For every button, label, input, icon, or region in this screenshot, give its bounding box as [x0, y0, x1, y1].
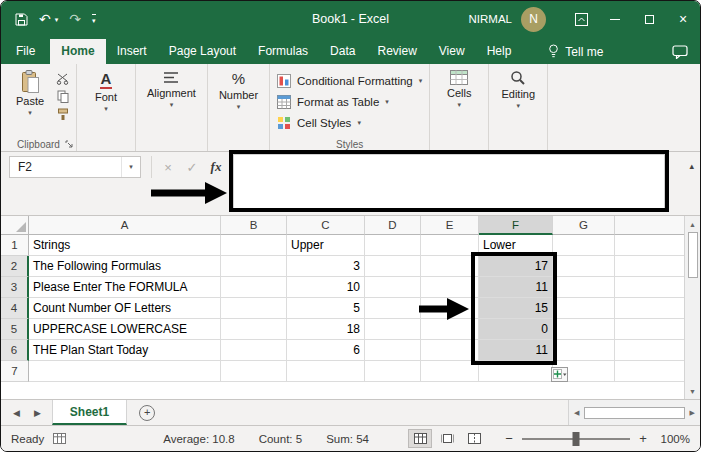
cell-c6[interactable]: 6 — [287, 340, 365, 361]
tell-me-button[interactable]: Tell me — [548, 39, 603, 64]
cell-g1[interactable] — [553, 235, 615, 256]
cell-g4[interactable] — [553, 298, 615, 319]
cell-a2[interactable]: The Following Formulas — [29, 256, 221, 277]
cell-b4[interactable] — [221, 298, 287, 319]
tab-page-layout[interactable]: Page Layout — [158, 39, 247, 64]
cell-c2[interactable]: 3 — [287, 256, 365, 277]
maximize-button[interactable] — [632, 1, 666, 37]
cell-d3[interactable] — [365, 277, 421, 298]
minimize-button[interactable] — [598, 1, 632, 37]
cell-b1[interactable] — [221, 235, 287, 256]
cell-f3[interactable]: 11 — [479, 277, 553, 298]
cell-d1[interactable] — [365, 235, 421, 256]
cell-a3[interactable]: Please Enter The FORMULA — [29, 277, 221, 298]
clipboard-dialog-launcher[interactable] — [65, 140, 73, 148]
column-header-c[interactable]: C — [287, 216, 365, 235]
row-header-1[interactable]: 1 — [1, 235, 29, 256]
scroll-right-icon[interactable]: ▶ — [685, 409, 700, 417]
comments-button[interactable] — [672, 39, 688, 64]
tab-review[interactable]: Review — [366, 39, 427, 64]
horizontal-scroll-thumb[interactable] — [584, 407, 684, 419]
scroll-down-icon[interactable]: ▼ — [685, 383, 700, 399]
number-button[interactable]: % Number ▾ — [215, 68, 262, 112]
cancel-icon[interactable]: × — [156, 160, 180, 175]
cell-e7[interactable] — [421, 361, 479, 382]
normal-view-button[interactable] — [408, 429, 432, 448]
tab-formulas[interactable]: Formulas — [247, 39, 319, 64]
cell-f6[interactable]: 11 — [479, 340, 553, 361]
zoom-out-button[interactable]: − — [503, 431, 515, 446]
row-header-4[interactable]: 4 — [1, 298, 29, 319]
auto-fill-options-button[interactable] — [551, 367, 568, 386]
cell-c1[interactable]: Upper — [287, 235, 365, 256]
tab-help[interactable]: Help — [476, 39, 523, 64]
formula-bar-collapse-button[interactable]: ▴ — [689, 161, 694, 171]
row-header-3[interactable]: 3 — [1, 277, 29, 298]
cell-c5[interactable]: 18 — [287, 319, 365, 340]
ribbon-display-options-button[interactable] — [564, 1, 598, 37]
cell-g2[interactable] — [553, 256, 615, 277]
enter-icon[interactable]: ✓ — [180, 160, 204, 175]
sheet-nav-right-icon[interactable]: ▶ — [27, 400, 48, 425]
scroll-up-icon[interactable]: ▲ — [685, 216, 700, 232]
cell-a7[interactable] — [29, 361, 221, 382]
tab-home[interactable]: Home — [50, 39, 105, 64]
tab-data[interactable]: Data — [319, 39, 366, 64]
cell-f2[interactable]: 17 — [479, 256, 553, 277]
editing-button[interactable]: Editing ▾ — [496, 68, 540, 111]
formula-input[interactable]: =SUMPRODUCT(LEN(A2)-LEN(SUBSTITUTE(A2,CH… — [233, 154, 665, 210]
copy-icon[interactable] — [57, 90, 69, 103]
customize-qat-button[interactable]: ▾ — [92, 14, 96, 24]
page-break-view-button[interactable] — [462, 429, 486, 448]
macro-record-button[interactable] — [53, 433, 66, 444]
zoom-in-button[interactable]: + — [637, 431, 649, 446]
cell-b2[interactable] — [221, 256, 287, 277]
user-avatar[interactable]: N — [521, 7, 546, 32]
close-button[interactable]: × — [666, 1, 700, 37]
user-name[interactable]: NIRMAL — [469, 13, 512, 25]
cell-b3[interactable] — [221, 277, 287, 298]
undo-caret-icon[interactable]: ▾ — [55, 16, 59, 26]
zoom-slider[interactable] — [522, 438, 630, 440]
cell-d2[interactable] — [365, 256, 421, 277]
cell-f1[interactable]: Lower — [479, 235, 553, 256]
zoom-slider-thumb[interactable] — [573, 432, 580, 446]
name-box-caret-icon[interactable]: ▾ — [121, 157, 140, 177]
format-painter-icon[interactable] — [57, 108, 69, 121]
column-header-f[interactable]: F — [479, 216, 553, 235]
cut-icon[interactable] — [56, 73, 69, 85]
column-header-a[interactable]: A — [29, 216, 221, 235]
cell-c4[interactable]: 5 — [287, 298, 365, 319]
tab-view[interactable]: View — [428, 39, 476, 64]
cell-d7[interactable] — [365, 361, 421, 382]
cell-b5[interactable] — [221, 319, 287, 340]
page-layout-view-button[interactable] — [435, 429, 459, 448]
vertical-scrollbar[interactable]: ▲ ▼ — [684, 216, 700, 399]
cell-f7[interactable] — [479, 361, 553, 382]
cell-f4[interactable]: 15 — [479, 298, 553, 319]
alignment-button[interactable]: Alignment ▾ — [143, 68, 200, 110]
tab-insert[interactable]: Insert — [106, 39, 158, 64]
sheet-tab-sheet1[interactable]: Sheet1 — [52, 400, 127, 425]
column-header-b[interactable]: B — [221, 216, 287, 235]
select-all-corner[interactable] — [1, 216, 29, 235]
scroll-left-icon[interactable]: ◀ — [569, 409, 584, 417]
cell-g3[interactable] — [553, 277, 615, 298]
insert-function-button[interactable]: fx — [204, 159, 228, 175]
cell-e2[interactable] — [421, 256, 479, 277]
cell-styles-button[interactable]: Cell Styles ▾ — [277, 112, 422, 133]
tab-file[interactable]: File — [1, 39, 50, 64]
cell-e3[interactable] — [421, 277, 479, 298]
paste-button[interactable]: Paste ▾ — [8, 68, 52, 118]
cell-c3[interactable]: 10 — [287, 277, 365, 298]
sheet-nav-left-icon[interactable]: ◀ — [1, 400, 27, 425]
row-header-2[interactable]: 2 — [1, 256, 29, 277]
cell-g6[interactable] — [553, 340, 615, 361]
horizontal-scrollbar[interactable]: ◀ ▶ — [568, 400, 700, 425]
cell-c7[interactable] — [287, 361, 365, 382]
zoom-level[interactable]: 100% — [656, 433, 690, 445]
cell-a1[interactable]: Strings — [29, 235, 221, 256]
redo-button[interactable]: ↷ — [69, 12, 81, 26]
cells-button[interactable]: Cells ▾ — [437, 68, 481, 110]
font-button[interactable]: A Font ▾ — [84, 68, 128, 114]
